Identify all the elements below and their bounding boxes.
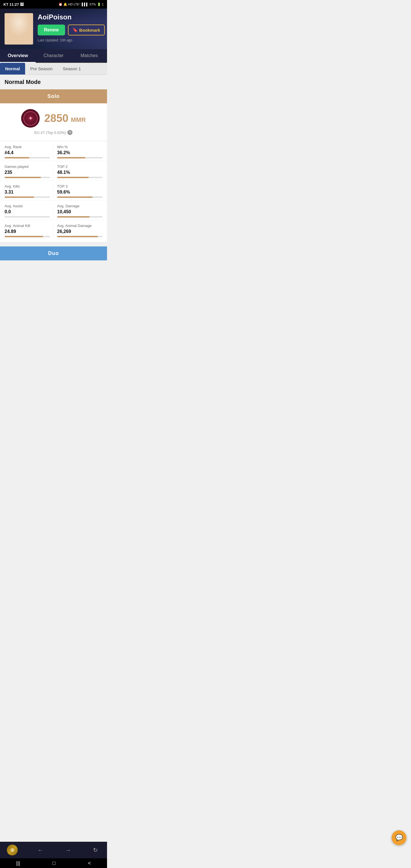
svg-marker-4 xyxy=(19,36,20,38)
stat-bar-win-bg xyxy=(57,157,102,158)
stat-avg-kills: Avg. Kills 3.31 xyxy=(5,184,50,198)
stat-games-played: Games played 235 xyxy=(5,164,50,178)
stat-bar-avg-rank-fill xyxy=(5,157,29,158)
stat-bar-games-bg xyxy=(5,177,50,178)
svg-point-8 xyxy=(12,17,25,26)
svg-rect-9 xyxy=(12,20,15,29)
bookmark-icon: 🔖 xyxy=(72,27,78,33)
stat-bar-animal-kill-bg xyxy=(5,236,50,237)
stat-avg-animal-damage: Avg. Animal Damage 26,269 xyxy=(57,223,102,237)
status-bar: KT 11:27 🖼 ⏰ 🔔 HD LTE⁺ ▌▌▌ 57% 🔋 1 xyxy=(0,0,107,8)
svg-marker-3 xyxy=(18,36,19,38)
renew-button[interactable]: Renew xyxy=(38,25,65,35)
stat-avg-rank: Avg. Rank #4.4 xyxy=(5,145,50,158)
stats-row-3: Avg. Kills 3.31 TOP 3 59.6% xyxy=(0,181,107,200)
stat-avg-assist: Avg. Assist 0.0 xyxy=(5,204,50,218)
stats-row-5: Avg. Animal Kill 24.89 Avg. Animal Damag… xyxy=(0,220,107,240)
stat-avg-damage: Avg. Damage 10,450 xyxy=(57,204,102,218)
svg-rect-10 xyxy=(23,20,25,29)
profile-info: AoiPoison Renew 🔖 Bookmark Last Updated:… xyxy=(38,13,105,42)
svg-point-15 xyxy=(21,25,22,26)
stat-bar-animal-damage-fill xyxy=(57,236,98,237)
recent-apps-button[interactable]: ||| xyxy=(16,860,20,866)
stat-bar-assist-fill xyxy=(5,216,5,218)
svg-point-12 xyxy=(15,25,18,27)
stat-bar-top3-fill xyxy=(57,196,92,198)
stat-bar-kills-bg xyxy=(5,196,50,198)
stat-win-pct: Win % 36.2% xyxy=(57,145,102,158)
avatar-container xyxy=(5,13,33,44)
stat-bar-top3-bg xyxy=(57,196,102,198)
last-updated: Last Updated: 16h ago xyxy=(38,38,105,42)
browser-bar: ⊕ ← → ↻ xyxy=(0,842,107,858)
mode-tab-normal[interactable]: Normal xyxy=(0,63,25,74)
stat-bar-top2-fill xyxy=(57,177,89,178)
tab-overview[interactable]: Overview xyxy=(0,49,36,62)
duo-banner: Duo xyxy=(0,246,107,260)
stats-row-1: Avg. Rank #4.4 Win % 36.2% xyxy=(0,141,107,161)
stats-row-4: Avg. Assist 0.0 Avg. Damage 10,450 xyxy=(0,200,107,220)
stat-bar-damage-bg xyxy=(57,216,102,218)
avatar xyxy=(5,13,33,44)
svg-rect-11 xyxy=(13,20,25,23)
system-back-button[interactable]: < xyxy=(88,860,91,866)
stat-bar-avg-rank-bg xyxy=(5,157,50,158)
profile-header: AoiPoison Renew 🔖 Bookmark Last Updated:… xyxy=(0,8,107,49)
svg-point-17 xyxy=(22,23,24,25)
stat-bar-animal-kill-fill xyxy=(5,236,43,237)
svg-point-5 xyxy=(18,36,20,38)
stats-row-2: Games played 235 TOP 2 48.1% xyxy=(0,161,107,181)
reload-button[interactable]: ↻ xyxy=(91,845,100,855)
mmr-value: 2850 xyxy=(44,112,68,124)
back-button[interactable]: ← xyxy=(35,846,45,855)
mmr-section: ✦ 2850 MMR EU #7 (Top 0.02%) ? xyxy=(0,103,107,141)
browser-logo: ⊕ xyxy=(7,845,18,856)
mode-tab-preseason[interactable]: Pre Season xyxy=(25,63,58,74)
action-buttons: Renew 🔖 Bookmark xyxy=(38,25,105,35)
svg-point-13 xyxy=(20,25,22,27)
home-button[interactable]: □ xyxy=(53,860,56,866)
stat-bar-animal-damage-bg xyxy=(57,236,102,237)
mmr-label: MMR xyxy=(71,116,86,123)
mode-tab-season1[interactable]: Season 1 xyxy=(58,63,86,74)
section-title: Normal Mode xyxy=(0,75,107,89)
svg-rect-1 xyxy=(12,32,26,44)
rank-icon: ✦ xyxy=(28,115,33,122)
help-icon[interactable]: ? xyxy=(67,130,72,135)
status-icons: ⏰ 🔔 HD LTE⁺ ▌▌▌ 57% 🔋 1 xyxy=(59,3,104,6)
stat-bar-kills-fill xyxy=(5,196,34,198)
mmr-value-container: 2850 MMR xyxy=(44,112,86,124)
mmr-display: ✦ 2850 MMR xyxy=(21,109,86,128)
solo-banner: Solo xyxy=(0,89,107,103)
carrier-time: KT 11:27 🖼 xyxy=(3,2,24,6)
bookmark-button[interactable]: 🔖 Bookmark xyxy=(68,25,105,35)
svg-rect-2 xyxy=(13,32,25,44)
svg-point-14 xyxy=(16,25,18,26)
stat-avg-animal-kill: Avg. Animal Kill 24.89 xyxy=(5,223,50,237)
forward-button[interactable]: → xyxy=(63,846,73,855)
stat-top3: TOP 3 59.6% xyxy=(57,184,102,198)
stat-top2: TOP 2 48.1% xyxy=(57,164,102,178)
username: AoiPoison xyxy=(38,13,105,21)
stat-bar-top2-bg xyxy=(57,177,102,178)
svg-point-16 xyxy=(13,23,16,25)
stats-card: ✦ 2850 MMR EU #7 (Top 0.02%) ? Avg. Rank… xyxy=(0,103,107,242)
mmr-badge: ✦ xyxy=(21,109,40,128)
stats-grid: Avg. Rank #4.4 Win % 36.2% Games played … xyxy=(0,141,107,242)
mode-tabs: Normal Pre Season Season 1 xyxy=(0,63,107,75)
tab-matches[interactable]: Matches xyxy=(71,49,107,62)
svg-point-6 xyxy=(18,34,20,37)
system-nav: ||| □ < xyxy=(0,858,107,868)
nav-tabs: Overview Character Matches xyxy=(0,49,107,63)
stat-bar-games-fill xyxy=(5,177,41,178)
tab-character[interactable]: Character xyxy=(36,49,71,62)
stat-bar-win-fill xyxy=(57,157,85,158)
stat-bar-damage-fill xyxy=(57,216,90,218)
mmr-rank: EU #7 (Top 0.02%) ? xyxy=(35,130,73,135)
svg-point-7 xyxy=(12,18,25,32)
svg-rect-0 xyxy=(5,13,33,44)
stat-bar-assist-bg xyxy=(5,216,50,218)
